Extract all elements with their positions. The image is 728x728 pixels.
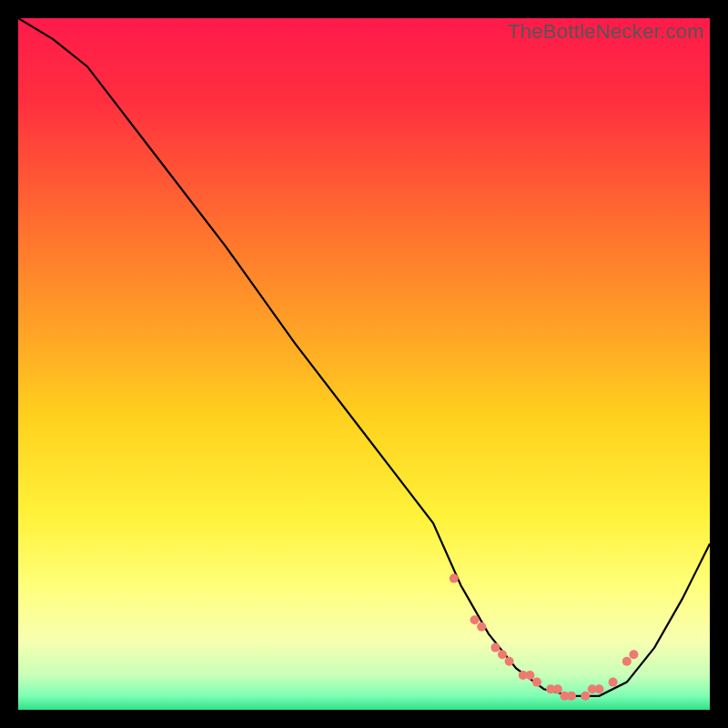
watermark-text: TheBottleNecker.com [508,20,704,44]
marker-dot [581,692,590,701]
marker-dot [477,622,486,632]
marker-dot [553,684,562,693]
marker-dot [450,574,459,583]
marker-dot [622,657,632,666]
gradient-background [18,18,710,710]
marker-dot [490,643,500,652]
marker-dot [532,678,541,687]
marker-dot [470,615,480,624]
marker-dot [629,650,638,659]
marker-dot [567,692,576,701]
marker-dot [505,657,514,666]
marker-dot [498,650,507,659]
marker-dot [525,671,534,680]
bottleneck-chart [18,18,710,710]
chart-frame: TheBottleNecker.com [18,18,710,710]
marker-dot [594,684,603,693]
marker-dot [609,678,618,687]
